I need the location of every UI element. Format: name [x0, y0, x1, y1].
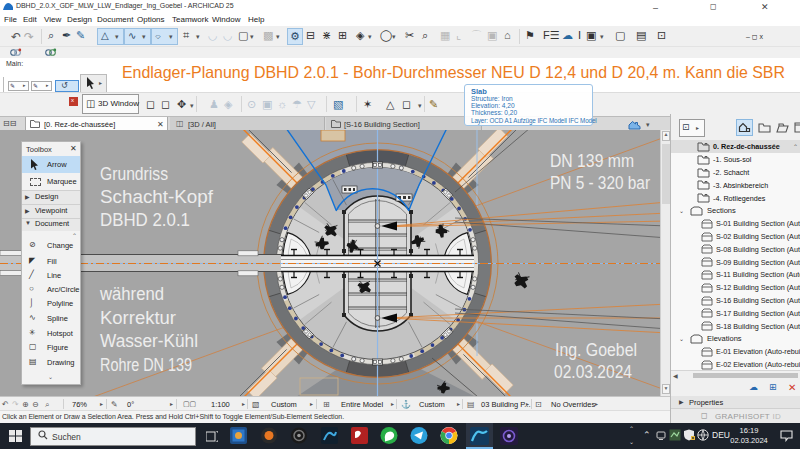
- svg-text:Wasser-Kühl: Wasser-Kühl: [100, 331, 198, 351]
- svg-text:DBHD 2.0.1: DBHD 2.0.1: [100, 210, 190, 230]
- svg-text:02.03.2024: 02.03.2024: [554, 362, 632, 382]
- svg-text:Endlager-Planung DBHD 2.0.1 -: Endlager-Planung DBHD 2.0.1 - Bohr-Durch…: [122, 63, 785, 81]
- svg-text:PN 5 - 320 bar: PN 5 - 320 bar: [550, 173, 650, 193]
- svg-text:Schacht-Kopf: Schacht-Kopf: [100, 187, 213, 207]
- svg-text:während: während: [99, 284, 164, 304]
- svg-text:DN 139 mm: DN 139 mm: [550, 151, 634, 171]
- svg-text:Rohre DN 139: Rohre DN 139: [100, 355, 192, 375]
- svg-text:Ing. Goebel: Ing. Goebel: [555, 340, 637, 360]
- svg-text:Grundriss: Grundriss: [100, 164, 168, 184]
- svg-text:Korrektur: Korrektur: [100, 308, 176, 328]
